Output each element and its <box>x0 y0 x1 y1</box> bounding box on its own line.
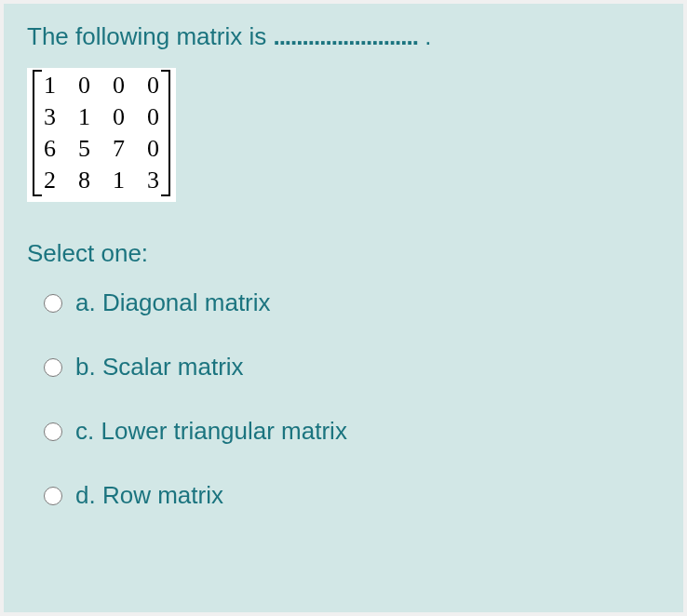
option-letter: b. <box>75 353 96 381</box>
matrix-cell: 5 <box>67 133 101 165</box>
option-letter: a. <box>75 288 96 316</box>
matrix-box: 1 0 0 0 3 1 0 0 6 5 7 0 2 <box>27 68 176 202</box>
matrix-cell: 1 <box>67 101 101 133</box>
option-text: Lower triangular matrix <box>101 417 346 445</box>
option-radio-b[interactable] <box>44 358 62 377</box>
question-card: The following matrix is ................… <box>4 4 683 612</box>
matrix-row: 2 8 1 3 <box>33 165 170 196</box>
question-prefix: The following matrix is <box>27 22 273 50</box>
option-row: c. Lower triangular matrix <box>44 417 660 446</box>
option-radio-d[interactable] <box>44 487 62 505</box>
option-row: d. Row matrix <box>44 481 660 510</box>
matrix-cell: 1 <box>33 70 67 101</box>
option-label-c[interactable]: c. Lower triangular matrix <box>75 417 347 446</box>
matrix-row: 1 0 0 0 <box>33 70 170 101</box>
matrix-cell: 0 <box>136 133 170 165</box>
option-letter: c. <box>75 417 94 445</box>
blank-dots: ......................... <box>273 22 418 50</box>
question-suffix: . <box>418 22 431 50</box>
option-text: Scalar matrix <box>102 353 244 381</box>
option-letter: d. <box>75 481 96 509</box>
option-label-d[interactable]: d. Row matrix <box>75 481 223 510</box>
matrix-wrapper: 1 0 0 0 3 1 0 0 6 5 7 0 2 <box>33 70 170 196</box>
matrix-cell: 3 <box>136 165 170 196</box>
matrix-cell: 0 <box>136 101 170 133</box>
matrix-table: 1 0 0 0 3 1 0 0 6 5 7 0 2 <box>33 70 170 196</box>
question-text: The following matrix is ................… <box>27 22 660 51</box>
option-label-a[interactable]: a. Diagonal matrix <box>75 288 271 317</box>
matrix-row: 6 5 7 0 <box>33 133 170 165</box>
option-row: a. Diagonal matrix <box>44 288 660 317</box>
option-text: Row matrix <box>102 481 223 509</box>
matrix-cell: 0 <box>101 101 136 133</box>
matrix-cell: 0 <box>101 70 136 101</box>
matrix-cell: 7 <box>101 133 136 165</box>
matrix-cell: 2 <box>33 165 67 196</box>
option-text: Diagonal matrix <box>102 288 271 316</box>
matrix-cell: 8 <box>67 165 101 196</box>
option-radio-c[interactable] <box>44 422 62 441</box>
option-row: b. Scalar matrix <box>44 353 660 382</box>
matrix-cell: 3 <box>33 101 67 133</box>
option-label-b[interactable]: b. Scalar matrix <box>75 353 244 382</box>
select-one-label: Select one: <box>27 239 660 268</box>
matrix-cell: 1 <box>101 165 136 196</box>
matrix-row: 3 1 0 0 <box>33 101 170 133</box>
matrix-cell: 0 <box>67 70 101 101</box>
option-radio-a[interactable] <box>44 294 62 313</box>
matrix-cell: 6 <box>33 133 67 165</box>
options-list: a. Diagonal matrix b. Scalar matrix c. L… <box>27 288 660 510</box>
matrix-cell: 0 <box>136 70 170 101</box>
